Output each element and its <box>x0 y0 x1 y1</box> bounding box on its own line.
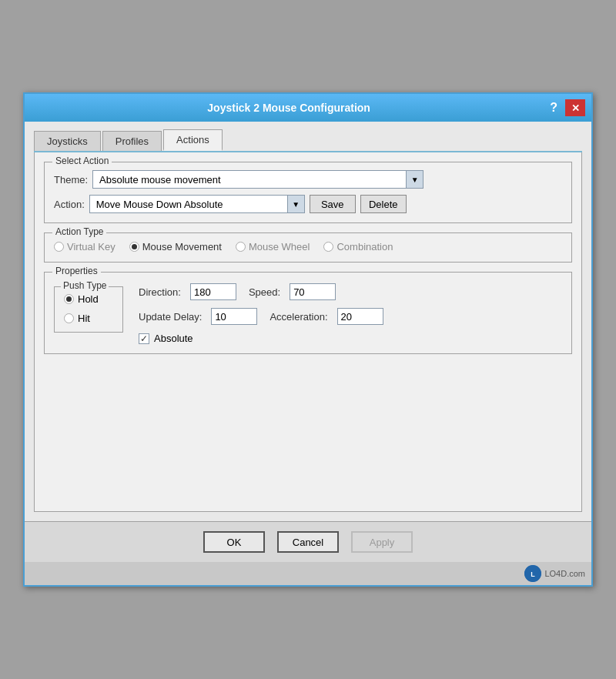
radio-circle-mouse-wheel <box>236 242 246 252</box>
direction-item: Direction: <box>139 283 236 300</box>
content-area: Select Action Theme: Absolute mouse move… <box>34 152 582 512</box>
action-dropdown-arrow: ▼ <box>287 196 304 212</box>
delete-button[interactable]: Delete <box>360 195 407 213</box>
action-row: Action: Move Mouse Down Absolute ▼ Save … <box>54 195 562 213</box>
action-label: Action: <box>54 199 85 210</box>
svg-text:L: L <box>531 570 536 578</box>
acceleration-item: Acceleration: <box>270 308 383 325</box>
speed-item: Speed: <box>249 283 336 300</box>
speed-input[interactable] <box>290 283 336 300</box>
watermark-text: LO4D.com <box>544 569 585 578</box>
theme-select-wrapper: Absolute mouse movement ▼ <box>92 170 424 189</box>
help-button[interactable]: ? <box>547 101 561 115</box>
acceleration-label: Acceleration: <box>270 311 327 323</box>
properties-label: Properties <box>52 266 101 276</box>
update-delay-item: Update Delay: <box>139 308 257 325</box>
action-type-label: Action Type <box>52 226 106 237</box>
theme-dropdown[interactable]: Absolute mouse movement ▼ <box>92 170 424 189</box>
acceleration-input[interactable] <box>337 308 383 325</box>
radio-circle-hit <box>64 313 74 323</box>
direction-speed-row: Direction: Speed: <box>139 283 562 300</box>
radio-hold[interactable]: Hold <box>64 293 113 305</box>
main-window: Joystick 2 Mouse Configuration ? ✕ Joyst… <box>23 92 593 587</box>
tab-profiles[interactable]: Profiles <box>102 131 162 151</box>
radio-circle-mouse-movement <box>129 242 139 252</box>
update-delay-input[interactable] <box>211 308 257 325</box>
radio-circle-combination <box>323 242 333 252</box>
tab-bar: Joysticks Profiles Actions <box>34 129 582 152</box>
properties-group: Properties Push Type Hold Hit <box>44 272 572 354</box>
push-type-label: Push Type <box>61 280 109 291</box>
speed-label: Speed: <box>249 286 280 298</box>
radio-hit[interactable]: Hit <box>64 313 113 324</box>
radio-virtual-key[interactable]: Virtual Key <box>54 241 116 253</box>
radio-circle-hold <box>64 294 74 304</box>
theme-dropdown-arrow: ▼ <box>406 171 423 188</box>
logo-icon: L <box>524 565 541 582</box>
save-button[interactable]: Save <box>310 195 356 213</box>
push-type-box: Push Type Hold Hit <box>54 286 123 333</box>
window-body: Joysticks Profiles Actions Select Action… <box>25 122 591 521</box>
radio-combination[interactable]: Combination <box>323 241 393 253</box>
radio-mouse-movement[interactable]: Mouse Movement <box>129 241 222 253</box>
props-right: Direction: Speed: Update Delay: <box>139 283 562 344</box>
close-button[interactable]: ✕ <box>565 99 585 116</box>
absolute-checkbox[interactable]: ✓ <box>139 333 149 344</box>
action-dropdown[interactable]: Move Mouse Down Absolute ▼ <box>89 195 305 213</box>
window-title: Joystick 2 Mouse Configuration <box>31 102 547 114</box>
title-controls: ? ✕ <box>547 99 585 116</box>
watermark-bar: L LO4D.com <box>25 562 591 585</box>
theme-label: Theme: <box>54 174 88 186</box>
action-type-options: Virtual Key Mouse Movement Mouse Wheel C… <box>54 241 562 253</box>
direction-label: Direction: <box>139 286 181 298</box>
direction-input[interactable] <box>190 283 236 300</box>
spacer <box>44 363 572 502</box>
bottom-area: OK Cancel Apply <box>25 521 591 562</box>
delay-accel-row: Update Delay: Acceleration: <box>139 308 562 325</box>
radio-mouse-wheel[interactable]: Mouse Wheel <box>236 241 310 253</box>
ok-button[interactable]: OK <box>203 531 265 553</box>
action-value: Move Mouse Down Absolute <box>93 199 242 210</box>
cancel-button[interactable]: Cancel <box>277 531 339 553</box>
theme-value: Absolute mouse movement <box>96 174 239 186</box>
action-select-wrapper: Move Mouse Down Absolute ▼ <box>89 195 305 213</box>
theme-row: Theme: Absolute mouse movement ▼ <box>54 170 562 189</box>
tab-actions[interactable]: Actions <box>163 129 223 151</box>
absolute-row: ✓ Absolute <box>139 333 562 344</box>
select-action-label: Select Action <box>52 156 112 166</box>
tab-joysticks[interactable]: Joysticks <box>34 131 101 151</box>
select-action-group: Select Action Theme: Absolute mouse move… <box>44 162 572 223</box>
properties-body: Push Type Hold Hit <box>54 283 562 344</box>
absolute-label: Absolute <box>154 333 193 344</box>
radio-circle-virtual-key <box>54 242 64 252</box>
update-delay-label: Update Delay: <box>139 311 202 323</box>
watermark-logo: L LO4D.com <box>524 565 585 582</box>
apply-button[interactable]: Apply <box>351 531 413 553</box>
action-type-group: Action Type Virtual Key Mouse Movement M… <box>44 232 572 263</box>
title-bar: Joystick 2 Mouse Configuration ? ✕ <box>25 94 591 122</box>
